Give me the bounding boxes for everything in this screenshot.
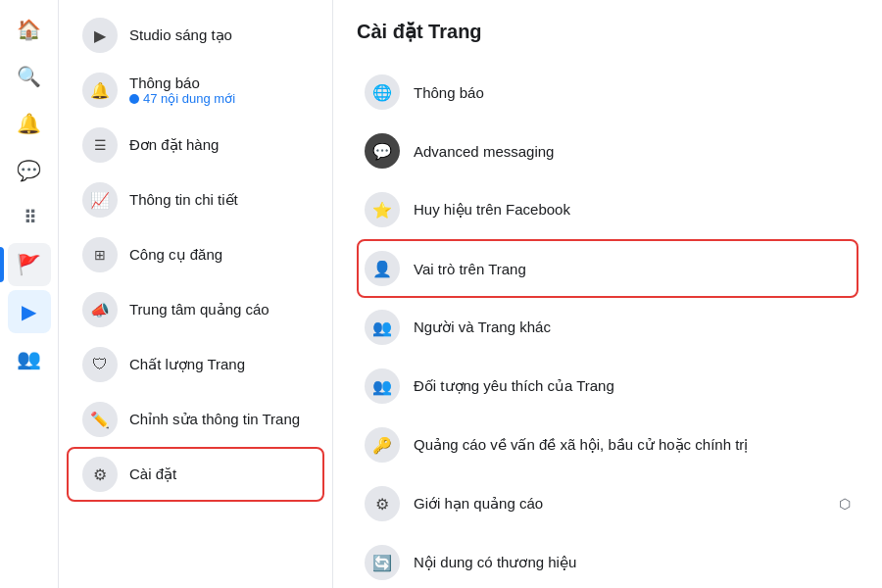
menu-label-studio: Studio sáng tạo [129,26,232,44]
vai-tro-icon: 👤 [365,251,400,286]
icon-sidebar: 🏠 🔍 🔔 💬 ⠿ 🚩 ▶ 👥 [0,0,59,588]
don-dat-hang-icon: ☰ [82,127,118,163]
settings-item-vai-tro[interactable]: 👤 Vai trò trên Trang [357,239,858,298]
settings-item-gioi-han[interactable]: ⚙ Giới hạn quảng cáo ⬡ [357,474,858,533]
quang-cao-xa-hoi-icon: 🔑 [365,427,400,463]
settings-item-advanced-messaging[interactable]: 💬 Advanced messaging [357,122,858,180]
settings-panel: Cài đặt Trang 🌐 Thông báo 💬 Advanced mes… [333,0,882,588]
sidebar-item-people[interactable]: 👥 [8,337,51,380]
flag-icon: 🚩 [17,253,41,276]
quang-cao-icon: 📣 [82,292,118,327]
thuong-hieu-icon: 🔄 [365,545,400,580]
search-icon: 🔍 [17,65,41,88]
menu-label-chat-luong: Chất lượng Trang [129,356,245,373]
menu-label-cai-dat: Cài đặt [129,466,176,483]
sidebar-item-play[interactable]: ▶ [8,290,51,333]
advanced-messaging-icon: 💬 [365,133,400,169]
active-indicator [0,247,4,282]
settings-label-huy-hieu: Huy hiệu trên Facebook [414,201,851,219]
notification-sub: 47 nội dung mới [129,91,235,106]
gioi-han-icon: ⚙ [365,486,400,521]
menu-item-thong-tin[interactable]: 📈 Thông tin chi tiết [67,172,324,227]
menu-item-chinh-sua[interactable]: ✏️ Chỉnh sửa thông tin Trang [67,392,324,447]
thong-bao-setting-icon: 🌐 [365,74,400,110]
chinh-sua-icon: ✏️ [82,402,118,437]
thong-bao-icon: 🔔 [82,73,118,108]
settings-label-advanced-messaging: Advanced messaging [414,143,851,160]
settings-item-nguoi-va-trang[interactable]: 👥 Người và Trang khác [357,298,858,357]
thong-tin-icon: 📈 [82,182,118,218]
settings-title: Cài đặt Trang [357,20,858,43]
menu-label-quang-cao: Trung tâm quảng cáo [129,301,270,318]
settings-label-thuong-hieu: Nội dung có thương hiệu [414,554,851,571]
menu-item-cong-cu[interactable]: ⊞ Công cụ đăng [67,227,324,282]
messenger-icon: 💬 [17,159,41,182]
settings-item-thuong-hieu[interactable]: 🔄 Nội dung có thương hiệu [357,533,858,588]
settings-label-nguoi-va-trang: Người và Trang khác [414,318,851,336]
middle-menu: ▶ Studio sáng tạo 🔔 Thông báo 47 nội dun… [59,0,333,588]
settings-label-vai-tro: Vai trò trên Trang [414,261,851,277]
doi-tuong-icon: 👥 [365,368,400,404]
settings-item-doi-tuong[interactable]: 👥 Đối tượng yêu thích của Trang [357,357,858,416]
menu-label-don-dat-hang: Đơn đặt hàng [129,136,219,154]
bell-icon: 🔔 [17,112,41,135]
settings-label-thong-bao: Thông báo [414,84,851,101]
nguoi-va-trang-icon: 👥 [365,310,400,345]
menu-label-cong-cu: Công cụ đăng [129,246,222,264]
people-icon: 👥 [17,347,41,370]
menu-item-cai-dat[interactable]: ⚙ Cài đặt [67,447,324,502]
menu-item-quang-cao[interactable]: 📣 Trung tâm quảng cáo [67,282,324,337]
sidebar-item-search[interactable]: 🔍 [8,55,51,98]
settings-item-quang-cao-xa-hoi[interactable]: 🔑 Quảng cáo về vấn đề xã hội, bầu cử hoặ… [357,416,858,474]
menu-label-chinh-sua: Chỉnh sửa thông tin Trang [129,411,300,428]
sidebar-item-bell[interactable]: 🔔 [8,102,51,145]
menu-item-thong-bao[interactable]: 🔔 Thông báo 47 nội dung mới [67,63,324,118]
studio-icon: ▶ [82,18,118,53]
cai-dat-icon: ⚙ [82,457,118,492]
settings-item-thong-bao[interactable]: 🌐 Thông báo [357,63,858,122]
menu-item-chat-luong[interactable]: 🛡 Chất lượng Trang [67,337,324,392]
menu-item-don-dat-hang[interactable]: ☰ Đơn đặt hàng [67,118,324,172]
menu-label-thong-bao: Thông báo [129,74,235,91]
settings-label-quang-cao-xa-hoi: Quảng cáo về vấn đề xã hội, bầu cử hoặc … [414,436,851,454]
home-icon: 🏠 [17,18,41,41]
sidebar-item-grid[interactable]: ⠿ [8,196,51,239]
sidebar-item-flag[interactable]: 🚩 [8,243,51,286]
settings-label-gioi-han: Giới hạn quảng cáo [414,495,825,513]
thong-bao-text: Thông báo 47 nội dung mới [129,74,235,106]
grid-icon: ⠿ [24,207,35,228]
huy-hieu-icon: ⭐ [365,192,400,227]
menu-label-thong-tin: Thông tin chi tiết [129,191,238,209]
gioi-han-label-wrap: Giới hạn quảng cáo [414,495,825,513]
sidebar-item-messenger[interactable]: 💬 [8,149,51,192]
menu-item-studio[interactable]: ▶ Studio sáng tạo [67,8,324,63]
notification-count: 47 nội dung mới [143,91,235,106]
external-link-icon: ⬡ [839,496,851,512]
badge-dot [129,94,139,104]
sidebar-item-home[interactable]: 🏠 [8,8,51,51]
settings-item-huy-hieu[interactable]: ⭐ Huy hiệu trên Facebook [357,180,858,239]
play-icon: ▶ [22,300,36,323]
settings-label-doi-tuong: Đối tượng yêu thích của Trang [414,377,851,395]
chat-luong-icon: 🛡 [82,347,118,382]
cong-cu-icon: ⊞ [82,237,118,272]
